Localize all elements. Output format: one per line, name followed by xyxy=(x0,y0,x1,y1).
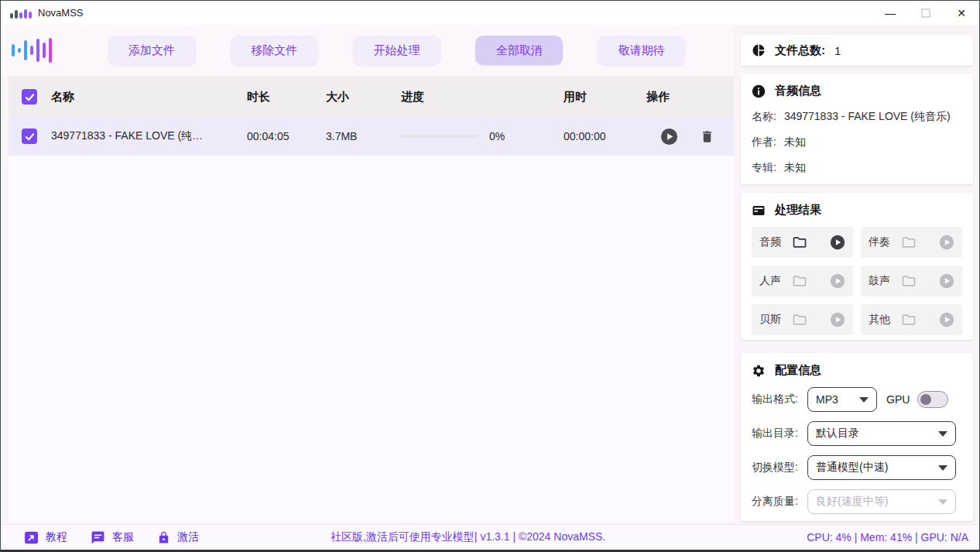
add-files-button[interactable]: 添加文件 xyxy=(108,36,196,65)
play-result-button[interactable] xyxy=(830,235,845,250)
open-folder-button[interactable] xyxy=(901,312,917,327)
result-item-vocals: 人声 xyxy=(752,266,853,297)
info-label: 名称: xyxy=(752,110,776,124)
info-line-artist: 作者: 未知 xyxy=(752,135,962,149)
minimize-button[interactable]: — xyxy=(872,1,908,25)
select-all-checkbox[interactable] xyxy=(22,89,37,105)
quality-row: 分离质量: 良好(速度中等) xyxy=(752,489,962,514)
cell-time: 00:00:00 xyxy=(564,130,646,142)
col-header-time: 用时 xyxy=(564,90,646,105)
remove-files-button[interactable]: 移除文件 xyxy=(231,36,318,65)
chat-icon xyxy=(91,530,105,545)
cancel-all-button[interactable]: 全部取消 xyxy=(475,36,563,65)
toolbar-buttons: 添加文件 移除文件 开始处理 全部取消 敬请期待 xyxy=(52,36,734,65)
version-info: 社区版,激活后可使用专业模型| v1.3.1 | ©2024 NovaMSS. xyxy=(331,530,605,544)
play-icon xyxy=(660,128,678,146)
result-item-audio: 音频 xyxy=(752,227,853,258)
output-dir-label: 输出目录: xyxy=(752,427,807,441)
chevron-down-icon xyxy=(938,499,947,505)
lock-icon xyxy=(157,530,170,545)
waveform-logo-icon xyxy=(12,35,52,66)
open-folder-button[interactable] xyxy=(792,273,807,289)
folder-icon xyxy=(901,312,917,327)
output-format-value: MP3 xyxy=(816,393,838,406)
quality-value: 良好(速度中等) xyxy=(816,495,888,509)
quality-label: 分离质量: xyxy=(752,495,807,509)
activate-link[interactable]: 激活 xyxy=(157,530,199,545)
results-title: 处理结果 xyxy=(775,203,821,218)
maximize-button[interactable] xyxy=(908,1,944,25)
app-title: NovaMSS xyxy=(38,7,84,19)
open-folder-button[interactable] xyxy=(792,235,807,250)
window-controls: — ✕ xyxy=(872,1,979,25)
info-icon xyxy=(752,84,766,98)
info-value: 349771833 - FAKE LOVE (纯音乐) xyxy=(784,110,951,124)
model-select[interactable]: 普通模型(中速) xyxy=(807,455,956,480)
quality-select: 良好(速度中等) xyxy=(807,489,956,514)
play-result-button[interactable] xyxy=(830,312,845,327)
folder-icon xyxy=(792,235,807,250)
output-dir-select[interactable]: 默认目录 xyxy=(807,421,956,446)
col-header-duration: 时长 xyxy=(247,90,326,105)
output-dir-row: 输出目录: 默认目录 xyxy=(752,421,962,446)
open-folder-button[interactable] xyxy=(901,235,917,250)
chevron-down-icon xyxy=(938,465,947,471)
result-label: 贝斯 xyxy=(759,313,781,327)
system-stats: CPU: 4% | Mem: 41% | GPU: N/A xyxy=(807,531,968,543)
chevron-down-icon xyxy=(938,431,947,437)
tutorial-label: 教程 xyxy=(46,530,67,544)
folder-icon xyxy=(792,273,807,289)
start-processing-button[interactable]: 开始处理 xyxy=(353,36,440,65)
gpu-wrap: GPU xyxy=(886,391,948,408)
play-result-button[interactable] xyxy=(830,273,845,289)
trash-icon xyxy=(700,129,714,144)
file-total-value: 1 xyxy=(834,44,841,57)
output-format-row: 输出格式: MP3 GPU xyxy=(752,387,962,412)
maximize-icon xyxy=(921,9,930,18)
model-label: 切换模型: xyxy=(752,461,807,475)
tutorial-link[interactable]: 教程 xyxy=(24,530,67,544)
gpu-label: GPU xyxy=(886,393,910,406)
play-button[interactable] xyxy=(660,128,678,146)
row-checkbox[interactable] xyxy=(22,129,37,144)
output-format-select[interactable]: MP3 xyxy=(807,387,877,412)
result-item-other: 其他 xyxy=(861,304,962,335)
config-title-row: 配置信息 xyxy=(752,363,962,378)
gpu-toggle[interactable] xyxy=(917,391,948,408)
play-result-button[interactable] xyxy=(939,312,954,327)
open-folder-button[interactable] xyxy=(901,273,917,289)
delete-button[interactable] xyxy=(700,129,714,144)
output-dir-value: 默认目录 xyxy=(816,427,859,441)
info-value: 未知 xyxy=(784,135,806,149)
play-result-button[interactable] xyxy=(939,235,954,250)
file-total-label: 文件总数: xyxy=(775,43,825,58)
results-grid: 音频 伴奏 人声 鼓声 xyxy=(752,227,962,335)
results-title-row: 处理结果 xyxy=(752,203,962,218)
play-icon xyxy=(939,273,954,289)
results-card: 处理结果 音频 伴奏 人声 xyxy=(741,193,973,340)
folder-icon xyxy=(792,312,807,327)
chevron-down-icon xyxy=(859,397,869,403)
play-icon xyxy=(830,235,845,250)
info-label: 作者: xyxy=(752,135,776,149)
info-label: 专辑: xyxy=(752,161,776,175)
close-button[interactable]: ✕ xyxy=(944,1,979,25)
cell-progress: 0% xyxy=(401,130,564,142)
play-icon xyxy=(830,273,845,289)
audio-info-title: 音频信息 xyxy=(775,84,821,98)
check-icon xyxy=(25,132,35,142)
play-result-button[interactable] xyxy=(939,273,954,289)
play-icon xyxy=(939,312,954,327)
support-link[interactable]: 客服 xyxy=(91,530,134,545)
audio-info-title-row: 音频信息 xyxy=(752,84,962,98)
model-row: 切换模型: 普通模型(中速) xyxy=(752,455,962,480)
result-item-accompaniment: 伴奏 xyxy=(861,227,962,258)
config-card: 配置信息 输出格式: MP3 GPU 输出目录: 默认目录 xyxy=(741,353,973,521)
cell-actions xyxy=(646,128,734,146)
open-folder-button[interactable] xyxy=(792,312,807,327)
result-label: 鼓声 xyxy=(869,274,890,288)
coming-soon-button[interactable]: 敬请期待 xyxy=(598,36,685,65)
table-row[interactable]: 349771833 - FAKE LOVE (纯… 00:04:05 3.7MB… xyxy=(9,117,734,156)
file-table: 名称 时长 大小 进度 用时 操作 349771833 - FAKE LOVE … xyxy=(9,77,734,522)
col-header-size: 大小 xyxy=(326,90,401,105)
